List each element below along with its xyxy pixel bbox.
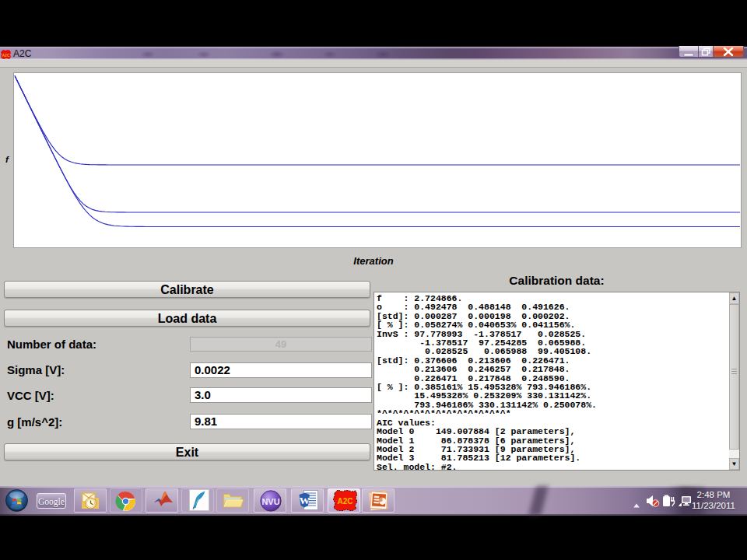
svg-text:W: W xyxy=(300,495,310,506)
svg-text:A2C: A2C xyxy=(337,497,352,506)
svg-text:NVU: NVU xyxy=(261,497,279,506)
svg-text:A2C: A2C xyxy=(2,53,9,58)
